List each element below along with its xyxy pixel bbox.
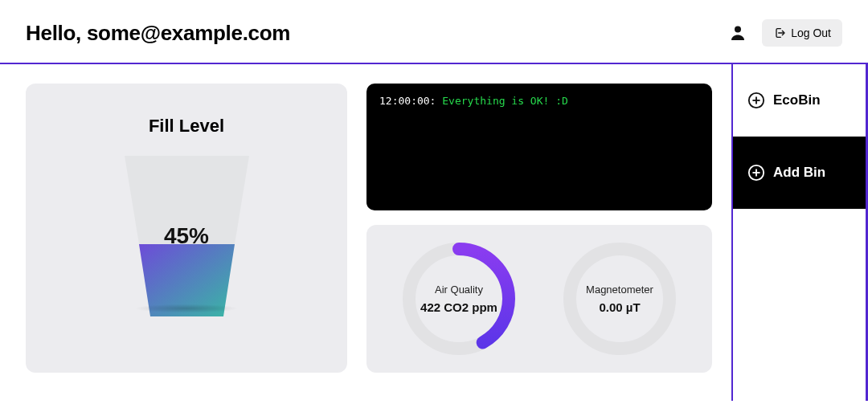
cup-shadow xyxy=(134,304,239,313)
page-title: Hello, some@example.com xyxy=(26,21,290,46)
main: Fill Level 45% xyxy=(0,64,731,401)
sidebar-item-ecobin[interactable]: EcoBin xyxy=(733,64,868,137)
console-log: 12:00:00: Everything is OK! :D xyxy=(366,84,712,210)
console-message: Everything is OK! :D xyxy=(442,95,568,107)
sidebar-item-label: Add Bin xyxy=(773,165,825,181)
svg-point-0 xyxy=(735,27,741,33)
greeting-prefix: Hello, xyxy=(26,21,87,45)
air-quality-value: 422 CO2 ppm xyxy=(420,300,497,314)
air-quality-gauge: Air Quality 422 CO2 ppm xyxy=(395,235,523,363)
logout-button[interactable]: Log Out xyxy=(762,19,842,47)
magnetometer-value: 0.00 µT xyxy=(586,300,653,314)
sidebar-item-label: EcoBin xyxy=(773,92,821,108)
magnetometer-label: Magnetometer xyxy=(586,284,653,296)
right-column: 12:00:00: Everything is OK! :D xyxy=(366,84,712,382)
left-column: Fill Level 45% xyxy=(26,84,347,382)
logout-label: Log Out xyxy=(791,27,831,39)
plus-circle-icon xyxy=(747,164,765,182)
user-icon[interactable] xyxy=(728,23,747,43)
console-time: 12:00:00: xyxy=(379,95,436,107)
air-quality-label: Air Quality xyxy=(420,284,497,296)
sidebar-item-add-bin[interactable]: Add Bin xyxy=(733,137,868,209)
content: Fill Level 45% xyxy=(0,64,868,401)
header: Hello, some@example.com Log Out xyxy=(0,0,868,64)
sidebar: EcoBin Add Bin xyxy=(731,64,868,401)
fill-level-chart: 45% xyxy=(125,156,249,316)
logout-icon xyxy=(773,27,786,39)
gauges-card: Air Quality 422 CO2 ppm Magnetometer 0.0… xyxy=(366,225,712,373)
magnetometer-gauge: Magnetometer 0.00 µT xyxy=(555,235,684,363)
greeting-email: some@example.com xyxy=(87,21,290,45)
fill-level-title: Fill Level xyxy=(149,116,224,137)
plus-circle-icon xyxy=(747,92,765,109)
fill-level-card: Fill Level 45% xyxy=(26,84,347,373)
header-actions: Log Out xyxy=(728,19,842,47)
fill-level-percent: 45% xyxy=(164,223,209,249)
